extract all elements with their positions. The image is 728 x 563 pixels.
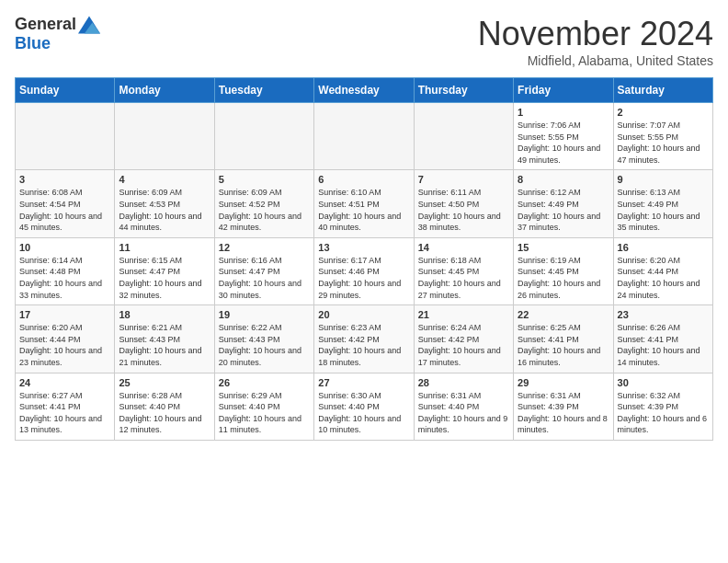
day-number: 13 [318, 242, 409, 253]
day-number: 15 [518, 242, 609, 253]
calendar-cell: 28Sunrise: 6:31 AM Sunset: 4:40 PM Dayli… [414, 373, 513, 440]
day-number: 27 [318, 377, 409, 388]
day-info: Sunrise: 6:09 AM Sunset: 4:52 PM Dayligh… [219, 187, 310, 233]
day-number: 30 [618, 377, 709, 388]
day-info: Sunrise: 6:12 AM Sunset: 4:49 PM Dayligh… [518, 187, 609, 233]
day-number: 23 [618, 309, 709, 320]
day-number: 28 [418, 377, 509, 388]
weekday-header-friday: Friday [514, 78, 613, 103]
day-number: 22 [518, 309, 609, 320]
day-number: 26 [219, 377, 310, 388]
weekday-header-saturday: Saturday [613, 78, 712, 103]
calendar-cell: 24Sunrise: 6:27 AM Sunset: 4:41 PM Dayli… [16, 373, 115, 440]
calendar-cell [214, 103, 313, 170]
calendar-cell: 19Sunrise: 6:22 AM Sunset: 4:43 PM Dayli… [214, 305, 313, 373]
weekday-header-sunday: Sunday [16, 78, 115, 103]
day-number: 24 [19, 377, 110, 388]
day-info: Sunrise: 6:32 AM Sunset: 4:39 PM Dayligh… [618, 390, 709, 436]
calendar-cell: 14Sunrise: 6:18 AM Sunset: 4:45 PM Dayli… [414, 237, 513, 304]
weekday-header-monday: Monday [115, 78, 214, 103]
day-info: Sunrise: 6:28 AM Sunset: 4:40 PM Dayligh… [119, 390, 210, 436]
calendar-cell: 21Sunrise: 6:24 AM Sunset: 4:42 PM Dayli… [414, 305, 513, 373]
calendar-week-row: 17Sunrise: 6:20 AM Sunset: 4:44 PM Dayli… [16, 305, 713, 373]
day-info: Sunrise: 6:23 AM Sunset: 4:42 PM Dayligh… [318, 322, 409, 368]
day-info: Sunrise: 6:20 AM Sunset: 4:44 PM Dayligh… [19, 322, 110, 368]
calendar: SundayMondayTuesdayWednesdayThursdayFrid… [15, 77, 713, 441]
calendar-cell: 26Sunrise: 6:29 AM Sunset: 4:40 PM Dayli… [214, 373, 313, 440]
day-number: 8 [518, 174, 609, 185]
day-info: Sunrise: 6:08 AM Sunset: 4:54 PM Dayligh… [19, 187, 110, 233]
day-number: 4 [119, 174, 210, 185]
calendar-cell: 30Sunrise: 6:32 AM Sunset: 4:39 PM Dayli… [613, 373, 712, 440]
location-text: Midfield, Alabama, United States [478, 53, 713, 68]
day-info: Sunrise: 6:29 AM Sunset: 4:40 PM Dayligh… [219, 390, 310, 436]
day-number: 5 [219, 174, 310, 185]
calendar-cell: 5Sunrise: 6:09 AM Sunset: 4:52 PM Daylig… [214, 170, 313, 237]
day-info: Sunrise: 6:18 AM Sunset: 4:45 PM Dayligh… [418, 255, 509, 301]
day-info: Sunrise: 6:31 AM Sunset: 4:39 PM Dayligh… [518, 390, 609, 436]
weekday-header-thursday: Thursday [414, 78, 513, 103]
day-number: 21 [418, 309, 509, 320]
day-info: Sunrise: 6:26 AM Sunset: 4:41 PM Dayligh… [618, 322, 709, 368]
calendar-week-row: 24Sunrise: 6:27 AM Sunset: 4:41 PM Dayli… [16, 373, 713, 440]
day-number: 2 [618, 107, 709, 118]
day-info: Sunrise: 6:09 AM Sunset: 4:53 PM Dayligh… [119, 187, 210, 233]
calendar-cell: 25Sunrise: 6:28 AM Sunset: 4:40 PM Dayli… [115, 373, 214, 440]
calendar-cell: 23Sunrise: 6:26 AM Sunset: 4:41 PM Dayli… [613, 305, 712, 373]
calendar-cell: 7Sunrise: 6:11 AM Sunset: 4:50 PM Daylig… [414, 170, 513, 237]
calendar-cell [16, 103, 115, 170]
calendar-cell: 15Sunrise: 6:19 AM Sunset: 4:45 PM Dayli… [514, 237, 613, 304]
day-number: 14 [418, 242, 509, 253]
day-info: Sunrise: 6:10 AM Sunset: 4:51 PM Dayligh… [318, 187, 409, 233]
day-number: 19 [219, 309, 310, 320]
day-info: Sunrise: 6:20 AM Sunset: 4:44 PM Dayligh… [618, 255, 709, 301]
calendar-cell: 10Sunrise: 6:14 AM Sunset: 4:48 PM Dayli… [16, 237, 115, 304]
day-number: 11 [119, 242, 210, 253]
day-info: Sunrise: 6:22 AM Sunset: 4:43 PM Dayligh… [219, 322, 310, 368]
calendar-cell [414, 103, 513, 170]
day-number: 17 [19, 309, 110, 320]
day-info: Sunrise: 6:14 AM Sunset: 4:48 PM Dayligh… [19, 255, 110, 301]
day-number: 12 [219, 242, 310, 253]
title-area: November 2024 Midfield, Alabama, United … [478, 15, 713, 68]
logo: General Blue [15, 15, 100, 53]
day-info: Sunrise: 6:21 AM Sunset: 4:43 PM Dayligh… [119, 322, 210, 368]
calendar-cell: 16Sunrise: 6:20 AM Sunset: 4:44 PM Dayli… [613, 237, 712, 304]
calendar-cell: 22Sunrise: 6:25 AM Sunset: 4:41 PM Dayli… [514, 305, 613, 373]
day-info: Sunrise: 6:31 AM Sunset: 4:40 PM Dayligh… [418, 390, 509, 436]
day-info: Sunrise: 6:16 AM Sunset: 4:47 PM Dayligh… [219, 255, 310, 301]
weekday-header-row: SundayMondayTuesdayWednesdayThursdayFrid… [16, 78, 713, 103]
calendar-cell: 13Sunrise: 6:17 AM Sunset: 4:46 PM Dayli… [314, 237, 414, 304]
weekday-header-wednesday: Wednesday [314, 78, 414, 103]
day-number: 6 [318, 174, 409, 185]
day-info: Sunrise: 6:24 AM Sunset: 4:42 PM Dayligh… [418, 322, 509, 368]
day-info: Sunrise: 6:25 AM Sunset: 4:41 PM Dayligh… [518, 322, 609, 368]
day-info: Sunrise: 6:27 AM Sunset: 4:41 PM Dayligh… [19, 390, 110, 436]
logo-icon [78, 16, 100, 34]
calendar-week-row: 1Sunrise: 7:06 AM Sunset: 5:55 PM Daylig… [16, 103, 713, 170]
day-number: 16 [618, 242, 709, 253]
calendar-cell: 9Sunrise: 6:13 AM Sunset: 4:49 PM Daylig… [613, 170, 712, 237]
day-info: Sunrise: 6:30 AM Sunset: 4:40 PM Dayligh… [318, 390, 409, 436]
month-title: November 2024 [478, 15, 713, 53]
day-info: Sunrise: 6:15 AM Sunset: 4:47 PM Dayligh… [119, 255, 210, 301]
calendar-cell: 18Sunrise: 6:21 AM Sunset: 4:43 PM Dayli… [115, 305, 214, 373]
day-info: Sunrise: 6:17 AM Sunset: 4:46 PM Dayligh… [318, 255, 409, 301]
calendar-cell [314, 103, 414, 170]
day-number: 7 [418, 174, 509, 185]
day-info: Sunrise: 7:06 AM Sunset: 5:55 PM Dayligh… [518, 120, 609, 166]
day-number: 18 [119, 309, 210, 320]
day-number: 1 [518, 107, 609, 118]
day-number: 20 [318, 309, 409, 320]
calendar-cell: 1Sunrise: 7:06 AM Sunset: 5:55 PM Daylig… [514, 103, 613, 170]
calendar-week-row: 3Sunrise: 6:08 AM Sunset: 4:54 PM Daylig… [16, 170, 713, 237]
calendar-cell: 27Sunrise: 6:30 AM Sunset: 4:40 PM Dayli… [314, 373, 414, 440]
calendar-cell: 11Sunrise: 6:15 AM Sunset: 4:47 PM Dayli… [115, 237, 214, 304]
day-number: 25 [119, 377, 210, 388]
day-number: 3 [19, 174, 110, 185]
day-number: 9 [618, 174, 709, 185]
day-info: Sunrise: 7:07 AM Sunset: 5:55 PM Dayligh… [618, 120, 709, 166]
calendar-cell [115, 103, 214, 170]
calendar-cell: 29Sunrise: 6:31 AM Sunset: 4:39 PM Dayli… [514, 373, 613, 440]
calendar-cell: 8Sunrise: 6:12 AM Sunset: 4:49 PM Daylig… [514, 170, 613, 237]
